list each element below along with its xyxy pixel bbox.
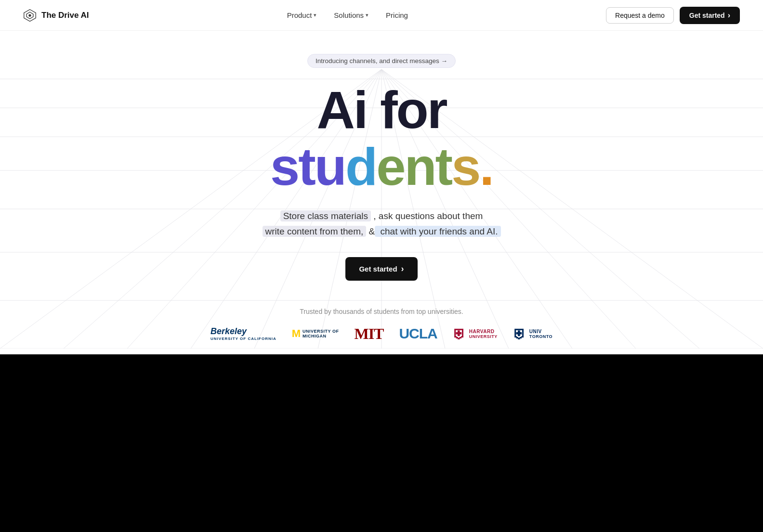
michigan-logo: M UNIVERSITY OF MICHIGAN	[292, 327, 339, 340]
logo-icon	[23, 9, 37, 22]
logo-link[interactable]: The Drive AI	[23, 9, 89, 22]
berkeley-logo: Berkeley UNIVERSITY OF CALIFORNIA	[210, 326, 276, 341]
university-logos: Berkeley UNIVERSITY OF CALIFORNIA M UNIV…	[210, 325, 553, 343]
nav-product[interactable]: Product ▾	[280, 7, 324, 23]
subtitle-store: Store class materials	[280, 210, 371, 221]
harvard-logo: ⛨ HARVARD UNIVERSITY	[453, 326, 498, 342]
hero-title-line1: Ai for	[316, 83, 446, 136]
ucla-logo: UCLA	[399, 325, 437, 342]
announcement-badge[interactable]: Introducing channels, and direct message…	[307, 54, 456, 68]
subtitle-chat: chat with your friends and AI.	[375, 226, 500, 237]
product-chevron-icon: ▾	[314, 12, 316, 18]
get-started-hero-button[interactable]: Get started ›	[345, 257, 417, 281]
toronto-logo: ⛨ UNIV TORONTO	[513, 326, 553, 342]
trusted-text: Trusted by thousands of students from to…	[300, 308, 463, 315]
solutions-chevron-icon: ▾	[366, 12, 368, 18]
trusted-section: Trusted by thousands of students from to…	[210, 308, 553, 354]
students-ent: ent	[376, 137, 451, 196]
logo-text: The Drive AI	[41, 11, 89, 20]
arrow-icon: ›	[401, 264, 404, 274]
hero-subtitle: Store class materials , ask questions ab…	[263, 208, 501, 240]
hero-content: Introducing channels, and direct message…	[263, 31, 501, 308]
svg-point-2	[28, 14, 31, 16]
mit-logo: MIT	[354, 325, 383, 343]
nav-pricing[interactable]: Pricing	[379, 7, 415, 23]
dark-section	[0, 354, 763, 532]
nav-solutions[interactable]: Solutions ▾	[327, 7, 375, 23]
students-dot: .	[479, 137, 493, 196]
students-stu: stu	[270, 137, 345, 196]
request-demo-button[interactable]: Request a demo	[606, 7, 674, 24]
hero-section: Introducing channels, and direct message…	[0, 31, 763, 354]
arrow-icon: ›	[728, 11, 730, 20]
nav-right: Request a demo Get started ›	[606, 7, 740, 24]
navbar: The Drive AI Product ▾ Solutions ▾ Prici…	[0, 0, 763, 31]
students-d: d	[345, 137, 376, 196]
hero-title-students: students.	[270, 140, 493, 193]
students-s: s	[451, 137, 479, 196]
nav-links: Product ▾ Solutions ▾ Pricing	[280, 7, 415, 23]
subtitle-write: write content from them,	[263, 226, 367, 237]
get-started-nav-button[interactable]: Get started ›	[680, 7, 740, 24]
